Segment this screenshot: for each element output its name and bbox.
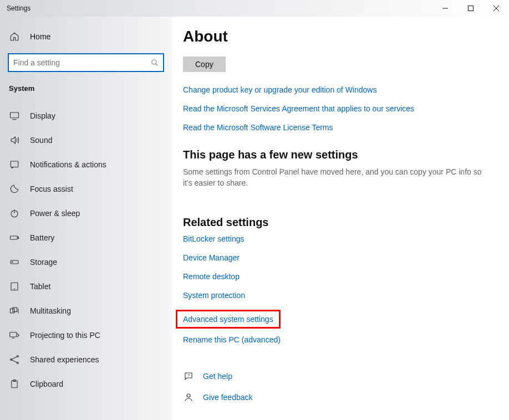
top-link-0[interactable]: Change product key or upgrade your editi… (183, 85, 487, 94)
sidebar-item-sound[interactable]: Sound (0, 128, 172, 152)
sidebar-item-notifications-actions[interactable]: Notifications & actions (0, 152, 172, 177)
content-area: About Copy Change product key or upgrade… (172, 17, 509, 420)
related-link-system-protection[interactable]: System protection (183, 291, 487, 300)
copy-button[interactable]: Copy (183, 57, 226, 72)
projecting-icon (9, 330, 20, 341)
power-sleep-icon (9, 208, 20, 219)
svg-rect-20 (10, 332, 17, 337)
related-link-advanced-system-settings[interactable]: Advanced system settings (183, 315, 273, 324)
maximize-button[interactable] (458, 0, 483, 17)
close-button[interactable] (483, 0, 509, 17)
sidebar-item-label: Notifications & actions (30, 160, 106, 169)
feedback-icon (183, 392, 194, 403)
sidebar-item-label: Battery (30, 233, 54, 242)
svg-point-14 (12, 262, 13, 263)
related-settings-heading: Related settings (183, 216, 487, 229)
display-icon (9, 110, 20, 121)
sidebar-item-storage[interactable]: Storage (0, 250, 172, 274)
sound-icon (9, 135, 20, 146)
category-label: System (0, 84, 172, 93)
battery-icon (9, 232, 20, 243)
home-icon (9, 31, 20, 42)
home-label: Home (30, 32, 50, 41)
clipboard-icon (9, 378, 20, 390)
highlighted-link-box: Advanced system settings (176, 310, 281, 329)
top-link-2[interactable]: Read the Microsoft Software License Term… (183, 123, 487, 132)
svg-rect-8 (11, 161, 18, 167)
sidebar-item-label: Projecting to this PC (30, 331, 100, 340)
sidebar-item-display[interactable]: Display (0, 104, 172, 128)
sidebar-item-tablet[interactable]: Tablet (0, 274, 172, 299)
chat-help-icon: ? (183, 371, 194, 382)
sidebar-item-focus-assist[interactable]: Focus assist (0, 177, 172, 201)
search-input[interactable] (13, 58, 151, 67)
sidebar-item-label: Power & sleep (30, 209, 80, 218)
multitasking-icon (9, 305, 20, 316)
sidebar-item-battery[interactable]: Battery (0, 226, 172, 250)
svg-point-4 (152, 60, 156, 64)
storage-icon (9, 257, 20, 268)
top-link-1[interactable]: Read the Microsoft Services Agreement th… (183, 104, 487, 113)
svg-rect-17 (11, 309, 15, 313)
sidebar-item-clipboard[interactable]: Clipboard (0, 372, 172, 396)
related-link-remote-desktop[interactable]: Remote desktop (183, 272, 487, 281)
sidebar-item-projecting-to-this-pc[interactable]: Projecting to this PC (0, 323, 172, 347)
notifications-icon (9, 159, 20, 170)
give-feedback-row[interactable]: Give feedback (183, 392, 487, 403)
sidebar-item-label: Focus assist (30, 185, 73, 193)
svg-point-30 (187, 394, 190, 397)
titlebar: Settings (0, 0, 509, 17)
svg-text:?: ? (187, 373, 190, 378)
sidebar-item-multitasking[interactable]: Multitasking (0, 299, 172, 323)
related-link-rename-this-pc-advanced-[interactable]: Rename this PC (advanced) (183, 335, 487, 344)
sidebar-item-shared-experiences[interactable]: Shared experiences (0, 347, 172, 372)
tablet-icon (9, 281, 20, 292)
focus-assist-icon (9, 183, 20, 194)
get-help-link: Get help (203, 372, 232, 381)
new-settings-heading: This page has a few new settings (183, 148, 487, 161)
sidebar-item-label: Multitasking (30, 306, 71, 315)
sidebar-item-label: Clipboard (30, 380, 63, 388)
minimize-button[interactable] (432, 0, 458, 17)
related-link-bitlocker-settings[interactable]: BitLocker settings (183, 234, 487, 243)
window-controls (432, 0, 509, 17)
get-help-row[interactable]: ? Get help (183, 371, 487, 382)
related-link-device-manager[interactable]: Device Manager (183, 253, 487, 262)
give-feedback-link: Give feedback (203, 393, 253, 402)
svg-rect-18 (13, 308, 17, 312)
page-title: About (183, 28, 487, 45)
sidebar-item-label: Display (30, 111, 55, 120)
sidebar-item-label: Storage (30, 258, 57, 267)
new-settings-desc: Some settings from Control Panel have mo… (183, 167, 487, 188)
search-input-container[interactable] (8, 53, 164, 72)
sidebar-item-label: Shared experiences (30, 355, 99, 364)
home-nav[interactable]: Home (0, 28, 172, 45)
sidebar-item-label: Sound (30, 136, 52, 145)
search-icon (151, 59, 159, 66)
svg-rect-11 (11, 236, 18, 239)
window-title: Settings (7, 4, 432, 12)
sidebar-item-power-sleep[interactable]: Power & sleep (0, 201, 172, 226)
svg-rect-6 (11, 112, 19, 118)
svg-line-5 (156, 64, 158, 66)
sidebar-item-label: Tablet (30, 282, 50, 291)
sidebar: Home System DisplaySoundNotifications & … (0, 17, 172, 420)
svg-rect-12 (18, 237, 19, 239)
svg-rect-1 (469, 6, 474, 11)
shared-experiences-icon (9, 354, 20, 365)
